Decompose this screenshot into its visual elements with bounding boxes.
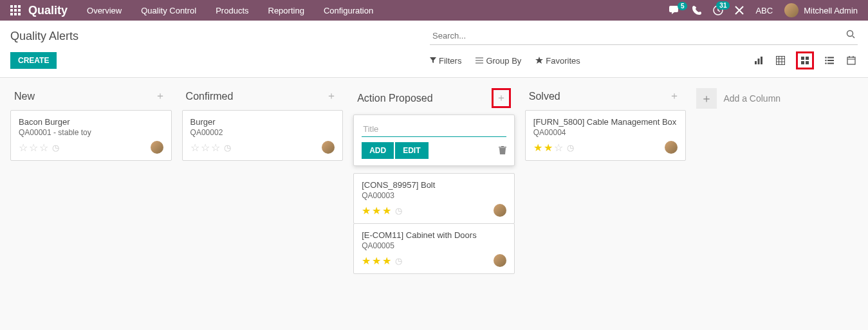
priority-stars[interactable]: ★★★ ◷ [362, 205, 402, 217]
card-title: Bacon Burger [19, 117, 163, 127]
kanban-card[interactable]: Burger QA00002 ☆☆☆ ◷ [182, 110, 344, 161]
view-kanban-icon[interactable] [796, 51, 814, 69]
quick-create-edit-button[interactable]: EDIT [395, 142, 428, 159]
card-title: [FURN_5800] Cable Management Box [533, 117, 678, 127]
svg-rect-2 [755, 61, 757, 64]
trash-icon[interactable] [499, 146, 506, 155]
chat-badge: 5 [678, 2, 688, 10]
quick-create-add-button[interactable]: ADD [362, 142, 394, 159]
svg-rect-15 [827, 63, 834, 64]
svg-rect-6 [801, 57, 804, 60]
app-brand[interactable]: Quality [28, 4, 68, 17]
priority-stars[interactable]: ★★★ ◷ [362, 255, 402, 267]
clock-icon[interactable]: ◷ [395, 206, 402, 215]
kanban-card[interactable]: [E-COM11] Cabinet with Doors QA00005 ★★★… [353, 223, 515, 274]
column-add-button[interactable]: ＋ [492, 88, 511, 108]
filters-button[interactable]: Filters [430, 56, 461, 66]
nav-reporting[interactable]: Reporting [268, 6, 304, 15]
svg-rect-5 [777, 57, 785, 65]
column-add-button[interactable]: ＋ [324, 88, 339, 104]
activity-badge: 31 [716, 1, 730, 10]
favorites-label: Favorites [546, 56, 580, 66]
card-ref: QA00004 [533, 128, 678, 137]
assignee-avatar[interactable] [322, 141, 335, 154]
clock-icon[interactable]: ◷ [395, 256, 402, 266]
column-title[interactable]: New [14, 91, 35, 102]
apps-icon[interactable] [10, 5, 21, 15]
groupby-label: Group By [486, 56, 521, 66]
control-panel: Quality Alerts CREATE Filters Group By F… [0, 21, 868, 78]
add-column-label[interactable]: Add a Column [723, 93, 780, 104]
avatar [784, 3, 799, 17]
kanban-column-confirmed: Confirmed ＋ Burger QA00002 ☆☆☆ ◷ [177, 83, 349, 161]
create-button[interactable]: CREATE [10, 52, 57, 69]
svg-rect-7 [806, 57, 809, 60]
activity-icon[interactable]: 31 [713, 5, 723, 15]
page-title: Quality Alerts [10, 30, 78, 43]
svg-rect-11 [827, 57, 834, 59]
svg-point-10 [825, 57, 826, 58]
view-switcher [752, 51, 858, 69]
user-menu[interactable]: Mitchell Admin [784, 3, 858, 17]
quick-create-title-input[interactable] [362, 122, 506, 137]
svg-rect-4 [761, 57, 762, 64]
view-pivot-icon[interactable] [774, 54, 787, 67]
assignee-avatar[interactable] [665, 141, 678, 154]
view-graph-icon[interactable] [752, 54, 765, 67]
card-ref: QA00005 [362, 241, 506, 250]
view-list-icon[interactable] [823, 54, 836, 67]
groupby-button[interactable]: Group By [476, 56, 521, 66]
close-icon[interactable] [735, 6, 744, 15]
add-column-button[interactable]: ＋ [696, 88, 717, 109]
filters-label: Filters [439, 56, 461, 66]
kanban-card[interactable]: Bacon Burger QA00001 - stable toy ☆☆☆ ◷ [10, 110, 172, 161]
kanban-column-solved: Solved ＋ [FURN_5800] Cable Management Bo… [520, 83, 692, 161]
card-ref: QA00001 - stable toy [19, 128, 163, 137]
clock-icon[interactable]: ◷ [224, 143, 231, 152]
svg-rect-13 [827, 60, 834, 61]
quick-create-form: ADD EDIT [353, 115, 515, 166]
svg-point-12 [825, 60, 826, 61]
company-name[interactable]: ABC [755, 6, 773, 15]
kanban-column-action-proposed: Action Proposed ＋ ADD EDIT [CONS_89957] … [348, 83, 520, 274]
phone-icon[interactable] [692, 6, 701, 15]
card-title: Burger [190, 117, 335, 127]
nav-overview[interactable]: Overview [87, 6, 122, 15]
svg-rect-16 [847, 57, 855, 64]
nav-links: Overview Quality Control Products Report… [87, 6, 373, 15]
top-nav: Quality Overview Quality Control Product… [0, 0, 868, 21]
kanban-card[interactable]: [FURN_5800] Cable Management Box QA00004… [525, 110, 687, 161]
search-icon[interactable] [846, 30, 855, 39]
card-title: [CONS_89957] Bolt [362, 180, 506, 190]
chat-icon[interactable]: 5 [669, 6, 681, 15]
nav-products[interactable]: Products [216, 6, 248, 15]
assignee-avatar[interactable] [494, 254, 506, 267]
add-column-section: ＋ Add a Column [691, 83, 863, 114]
priority-stars[interactable]: ★★☆ ◷ [533, 142, 574, 154]
svg-rect-9 [806, 61, 809, 64]
search-input[interactable] [430, 27, 858, 45]
svg-rect-3 [758, 59, 760, 64]
column-title[interactable]: Solved [529, 91, 560, 102]
user-name: Mitchell Admin [804, 6, 858, 15]
clock-icon[interactable]: ◷ [52, 143, 59, 152]
kanban-board: New ＋ Bacon Burger QA00001 - stable toy … [0, 78, 868, 279]
column-add-button[interactable]: ＋ [667, 88, 682, 104]
priority-stars[interactable]: ☆☆☆ ◷ [19, 142, 59, 154]
column-title[interactable]: Confirmed [186, 91, 234, 102]
nav-configuration[interactable]: Configuration [324, 6, 373, 15]
column-title[interactable]: Action Proposed [357, 93, 432, 104]
assignee-avatar[interactable] [494, 204, 506, 217]
column-add-button[interactable]: ＋ [152, 88, 168, 104]
kanban-card[interactable]: [CONS_89957] Bolt QA00003 ★★★ ◷ [353, 173, 515, 224]
assignee-avatar[interactable] [151, 141, 163, 154]
view-calendar-icon[interactable] [845, 54, 858, 67]
favorites-button[interactable]: Favorites [535, 56, 580, 66]
card-title: [E-COM11] Cabinet with Doors [362, 230, 506, 240]
nav-quality-control[interactable]: Quality Control [141, 6, 196, 15]
card-ref: QA00002 [190, 128, 335, 137]
clock-icon[interactable]: ◷ [567, 143, 574, 152]
kanban-column-new: New ＋ Bacon Burger QA00001 - stable toy … [5, 83, 177, 161]
card-ref: QA00003 [362, 191, 506, 200]
priority-stars[interactable]: ☆☆☆ ◷ [190, 142, 231, 154]
